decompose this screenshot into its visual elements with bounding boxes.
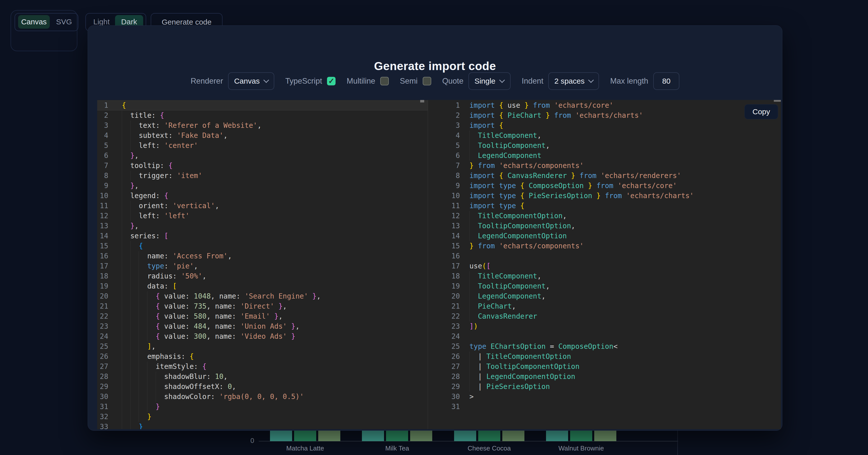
line-number: 22 [97,312,108,321]
indent-guide [156,371,156,382]
indent-guide [469,382,470,392]
indent-guide [130,241,131,251]
multiline-checkbox[interactable] [380,77,389,85]
bar [570,430,592,441]
line-number: 27 [428,362,460,371]
code-line: 27 | TooltipComponentOption [428,362,781,371]
indent-guide [130,261,131,271]
indent-guide [156,382,156,392]
code-line: 21 PieChart, [428,301,781,312]
line-number: 22 [428,312,460,321]
option-code-editor[interactable]: 1{2 title: {3 text: 'Referer of a Websit… [97,100,428,429]
line-number: 2 [428,110,460,121]
indent-guide [130,352,131,362]
line-number: 28 [97,371,108,382]
code-line: 25type EChartsOption = ComposeOption< [428,342,781,352]
indent-guide [130,141,131,151]
code-line: 20 LegendComponent, [428,291,781,301]
indent-guide [130,402,131,412]
left-editor-scroll-marker[interactable] [420,100,424,102]
max-length-label: Max length [610,76,648,86]
line-number: 26 [428,352,460,362]
indent-guide [138,261,139,271]
indent-guide [469,271,470,281]
line-number: 16 [428,251,460,261]
line-number: 23 [428,321,460,331]
line-number: 7 [428,161,460,171]
line-number: 30 [428,392,460,402]
code-line: 14 LegendComponentOption [428,231,781,241]
line-number: 29 [97,382,108,392]
indent-guide [469,312,470,321]
renderer-option-svg[interactable]: SVG [53,15,75,29]
generated-import-code-editor[interactable]: 1import { use } from 'echarts/core'2impo… [428,100,781,429]
line-number: 20 [428,291,460,301]
code-line: 6 LegendComponent [428,151,781,161]
code-line: 5 left: 'center' [97,141,428,151]
indent-guide [469,221,470,231]
indent-guide [130,291,131,301]
line-number: 3 [97,121,108,131]
x-axis-category-label: Matcha Latte [260,445,350,452]
bar [318,430,340,441]
indent-guide [138,352,139,362]
indent-guide [138,382,139,392]
code-line: 6 }, [97,151,428,161]
code-line: 25 ], [97,342,428,352]
line-number: 15 [428,241,460,251]
line-number: 20 [97,291,108,301]
bar [294,430,316,441]
line-number: 31 [97,402,108,412]
line-number: 6 [97,151,108,161]
indent-guide [469,211,470,221]
code-line: 1{ [97,100,428,110]
bar [410,430,432,441]
right-editor-scroll-marker[interactable] [774,100,781,102]
line-number: 17 [428,261,460,271]
indent-guide [130,412,131,422]
code-line: 4 TitleComponent, [428,131,781,141]
indent-guide [147,371,148,382]
quote-select[interactable]: Single [468,72,510,90]
code-line: 32 } [97,412,428,422]
line-number: 1 [97,100,108,110]
code-line: 2import { PieChart } from 'echarts/chart… [428,110,781,121]
renderer-option-canvas[interactable]: Canvas [18,15,50,29]
quote-control: Quote Single [442,72,510,90]
indent-select[interactable]: 2 spaces [548,72,599,90]
code-line: 13 }, [97,221,428,231]
renderer-select[interactable]: Canvas [228,72,274,90]
dialog-title: Generate import code [88,59,782,73]
code-line: 15 { [97,241,428,251]
indent-guide [130,131,131,141]
bar [362,430,384,441]
code-line: 8import { CanvasRenderer } from 'echarts… [428,171,781,181]
indent-guide [138,251,139,261]
line-number: 25 [428,342,460,352]
renderer-control: Renderer Canvas [191,72,274,90]
x-axis-category-label: Milk Tea [352,445,442,452]
line-number: 25 [97,342,108,352]
code-line: 18 radius: '50%', [97,271,428,281]
indent-guide [130,171,131,181]
max-length-input[interactable]: 80 [653,72,679,90]
code-line: 12 TitleComponentOption, [428,211,781,221]
indent-guide [147,362,148,371]
x-axis-category-label: Cheese Cocoa [444,445,534,452]
quote-label: Quote [442,76,463,86]
line-number: 19 [428,281,460,291]
indent-guide [130,331,131,342]
copy-button[interactable]: Copy [744,104,778,119]
indent-guide [469,141,470,151]
indent-guide [138,371,139,382]
typescript-checkbox[interactable]: ✓ [327,77,336,85]
indent-guide [138,362,139,371]
indent-guide [130,301,131,312]
renderer-select-value: Canvas [234,77,260,85]
indent-guide [147,331,148,342]
code-line: 30> [428,392,781,402]
code-line: 24 { value: 300, name: 'Video Ads' } [97,331,428,342]
line-number: 18 [97,271,108,281]
semi-checkbox[interactable] [423,77,431,85]
indent-guide [469,281,470,291]
